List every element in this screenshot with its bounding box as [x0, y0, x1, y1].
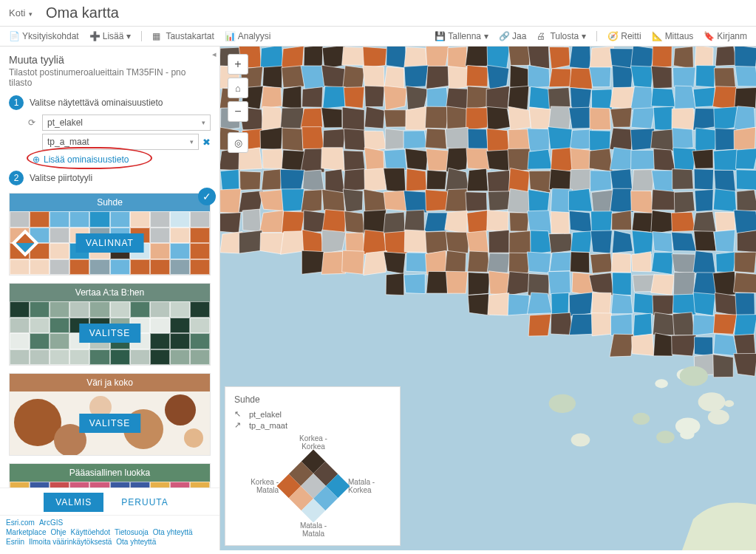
svg-marker-45 — [589, 67, 610, 87]
cancel-button[interactable]: PERUUTA — [114, 493, 175, 512]
svg-marker-60 — [364, 86, 384, 106]
svg-marker-13 — [466, 47, 490, 66]
svg-marker-95 — [548, 106, 571, 131]
attribute-1-select[interactable]: pt_elakel▾ — [42, 114, 211, 131]
svg-marker-264 — [364, 251, 387, 276]
svg-marker-311 — [672, 294, 695, 315]
card-header: Pääasiallinen luokka — [10, 464, 210, 482]
footer-link[interactable]: Tietosuoja — [115, 528, 149, 536]
svg-marker-138 — [364, 148, 384, 172]
svg-marker-315 — [528, 314, 551, 336]
svg-marker-17 — [549, 47, 570, 69]
svg-marker-208 — [737, 190, 756, 211]
done-button[interactable]: VALMIS — [44, 493, 103, 512]
svg-marker-68 — [529, 86, 551, 109]
chevron-down-icon: ▾ — [582, 31, 586, 41]
share-button[interactable]: 🔗Jaa — [499, 31, 526, 41]
svg-marker-163 — [344, 168, 366, 191]
svg-marker-217 — [384, 212, 406, 234]
zoom-in-button[interactable]: + — [228, 54, 248, 75]
svg-marker-52 — [735, 66, 756, 86]
save-button[interactable]: 💾Tallenna ▾ — [435, 31, 488, 41]
svg-marker-220 — [445, 211, 467, 233]
app-header: Koti ▾ Oma kartta — [0, 0, 756, 27]
style-card-relationship[interactable]: ✓ Suhde VALINNAT — [9, 193, 211, 276]
legend-diamond: Korkea - Korkea Korkea - Matala Matala -… — [234, 434, 392, 538]
footer-link[interactable]: Esri.com — [6, 519, 35, 527]
map-canvas[interactable]: + ⌂ − ◎ Suhde ↖pt_elakel ↗tp_a_maat Kork… — [220, 47, 756, 550]
svg-marker-318 — [591, 313, 611, 336]
svg-marker-327 — [632, 334, 654, 355]
svg-marker-33 — [343, 66, 365, 89]
svg-marker-73 — [630, 86, 653, 110]
svg-marker-96 — [569, 107, 593, 129]
svg-marker-254 — [612, 230, 633, 253]
svg-marker-174 — [570, 169, 593, 191]
locate-button[interactable]: ◎ — [228, 132, 248, 153]
svg-marker-225 — [551, 211, 569, 233]
analysis-button[interactable]: 📊Analyysi — [225, 31, 271, 41]
basemap-button[interactable]: ▦Taustakartat — [152, 31, 214, 41]
select-button[interactable]: VALITSE — [79, 324, 140, 343]
svg-marker-252 — [571, 231, 592, 253]
svg-marker-145 — [508, 148, 531, 171]
svg-marker-299 — [713, 271, 737, 295]
style-card-compare[interactable]: Vertaa A:ta B:hen VALITSE — [9, 283, 211, 366]
svg-marker-71 — [592, 89, 613, 110]
panel-title: Muuta tyyliä — [9, 54, 211, 66]
home-extent-button[interactable]: ⌂ — [228, 78, 248, 98]
add-button[interactable]: ➕Lisää ▾ — [89, 31, 132, 41]
remove-attribute-button[interactable]: ✖ — [202, 137, 211, 148]
home-menu[interactable]: Koti ▾ — [9, 7, 33, 18]
svg-marker-289 — [507, 272, 530, 296]
chevron-down-icon: ▾ — [190, 138, 194, 146]
svg-marker-94 — [529, 107, 551, 129]
svg-marker-317 — [569, 314, 593, 335]
svg-marker-294 — [613, 273, 632, 295]
svg-marker-158 — [240, 171, 261, 191]
print-icon: 🖨 — [537, 31, 547, 41]
svg-marker-176 — [610, 169, 633, 191]
svg-marker-175 — [590, 171, 612, 192]
add-attribute-link[interactable]: ⊕ Lisää ominaisuustieto — [33, 154, 211, 165]
footer-link[interactable]: Ota yhteyttä — [116, 538, 156, 546]
options-button[interactable]: VALINNAT — [75, 233, 144, 253]
measure-button[interactable]: 📐Mittaus — [652, 31, 694, 41]
select-button[interactable]: VALITSE — [79, 414, 140, 433]
svg-marker-213 — [304, 211, 325, 233]
svg-marker-329 — [672, 335, 696, 356]
footer-link[interactable]: Käyttöehdot — [71, 528, 110, 536]
panel-footer: VALMIS PERUUTA — [0, 488, 219, 515]
svg-marker-308 — [611, 294, 633, 314]
svg-marker-206 — [695, 189, 713, 211]
svg-marker-323 — [693, 315, 715, 335]
svg-marker-82 — [281, 108, 304, 129]
collapse-panel-button[interactable]: ◂ — [212, 49, 219, 60]
svg-marker-38 — [448, 66, 469, 90]
svg-marker-3 — [260, 47, 283, 68]
footer-link[interactable]: Ohje — [50, 528, 66, 536]
style-card-color-size[interactable]: Väri ja koko VALITSE — [9, 373, 211, 456]
zoom-out-button[interactable]: − — [228, 101, 248, 122]
svg-marker-119 — [508, 129, 530, 151]
style-card-predominant[interactable]: Pääasiallinen luokka VALITSE — [9, 463, 211, 488]
svg-marker-124 — [610, 128, 633, 151]
print-button[interactable]: 🖨Tulosta ▾ — [537, 31, 586, 41]
svg-marker-322 — [672, 312, 695, 335]
route-button[interactable]: 🧭Reitti — [607, 31, 641, 41]
bookmarks-button[interactable]: 🔖Kirjanm — [704, 31, 747, 41]
svg-marker-180 — [694, 169, 713, 190]
svg-marker-321 — [653, 312, 674, 335]
attribute-2-select[interactable]: tp_a_maat▾ — [42, 134, 199, 150]
svg-marker-43 — [549, 69, 571, 87]
footer-link[interactable]: Ilmoita väärinkäytöksestä — [29, 538, 112, 546]
svg-marker-279 — [672, 254, 695, 275]
step-1: 1 Valitse näytettävä ominaisuustieto — [9, 95, 211, 110]
svg-marker-117 — [468, 129, 488, 151]
chevron-down-icon: ▾ — [27, 10, 33, 18]
details-button[interactable]: 📄Yksityiskohdat — [9, 31, 79, 41]
step-badge: 2 — [9, 171, 24, 185]
svg-marker-5 — [304, 47, 323, 67]
svg-marker-151 — [631, 150, 655, 169]
swap-attrs-button[interactable]: ⟳ — [28, 117, 38, 128]
